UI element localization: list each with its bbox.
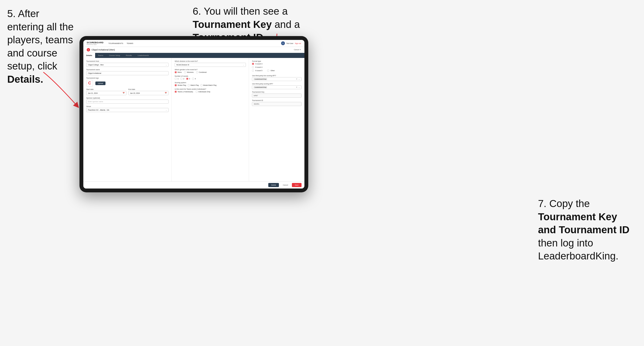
logo-sub: Powered by clippd [87,44,104,45]
calendar-icon: 📅 [122,92,125,94]
upload-button[interactable]: Upload [95,82,106,85]
clear-icon-2[interactable]: ✕ [296,86,298,88]
scoring-label: Scoring system [174,82,246,83]
teams-field-group: Is this event for Teams and/or Individua… [174,88,246,93]
name-input[interactable]: Clippd Invitational [86,71,168,75]
third-party-1-group: Use third-party live scoring API? Leader… [252,75,302,81]
sponsor-input[interactable]: Enter sponsor name [86,100,168,104]
rounds-field-group: Number of rounds 1 2 [174,75,246,80]
annotation-bottom-right: 7. Copy the Tournament Key and Tournamen… [538,197,630,263]
rounds-radio-group: 1 2 3 [174,78,246,80]
chevron-icon-1: ⌄ [298,78,300,80]
app-header: SCOREBOARD Powered by clippd TOURNAMENTS… [83,40,304,47]
tournament-cancel-btn[interactable]: Cancel ✕ [294,49,301,51]
nav-tournaments[interactable]: TOURNAMENTS [108,42,123,45]
rounds-2-radio[interactable] [180,78,182,80]
teams-radio-1[interactable] [174,91,177,93]
third-party-2-input[interactable]: Leaderboard King ✕ ⌄ [252,85,302,89]
scoring-stroke-radio[interactable] [174,84,177,86]
format-5count4-radio[interactable] [252,63,254,65]
scoring-medal[interactable]: Medal Match Play [200,84,217,86]
rounds-3[interactable]: 3 [186,78,190,80]
rounds-1[interactable]: 1 [174,78,178,80]
rounds-1-radio[interactable] [174,78,177,80]
format-6count4-radio[interactable] [252,66,254,68]
user-avatar: SI [281,41,285,45]
gender-mens-radio[interactable] [174,71,177,73]
signout-link[interactable]: Sign out [295,42,301,44]
venue-input[interactable]: Peachtree GC - Atlanta - GA ⌄ [86,108,168,112]
teams-label: Is this event for Teams and/or Individua… [174,88,246,90]
third-party-1-label: Use third-party live scoring API? [252,75,302,76]
scoring-medal-radio[interactable] [200,84,202,86]
start-date-label: Start date [86,88,126,90]
tournament-key-label: Tournament Key [252,91,302,93]
clear-icon-1[interactable]: ✕ [296,78,298,80]
name-label: Tournament name [86,69,168,70]
logo-label: Tournament logo [86,77,168,79]
rounds-3-radio[interactable] [186,78,188,80]
tournament-id-label: Tournament ID [252,100,302,101]
venue-chevron-icon: ⌄ [166,109,167,111]
individuals-only[interactable]: Individuals Only [196,91,210,93]
start-date-group: Start date Jan 21, 2024 📅 [86,88,126,95]
nav-teams[interactable]: TEAMS [127,42,134,45]
division-input[interactable]: NCAA Division III ⌄ [174,63,246,67]
gender-womens[interactable]: Womens [184,71,194,73]
scoring-match-radio[interactable] [188,84,190,86]
tab-leaderboards[interactable]: Leaderboards [135,53,152,58]
host-chevron-icon: ⌄ [166,64,167,66]
start-date-input[interactable]: Jan 21, 2024 📅 [86,91,126,95]
date-row: Start date Jan 21, 2024 📅 End date Jan 2… [86,88,168,95]
format-5count4[interactable]: 5 count 4 [252,63,302,65]
main-content: Tournament Host Clippd College - Men ⌄ T… [83,58,304,181]
third-party-2-label: Use third-party scoring API? [252,83,302,85]
rounds-4-radio[interactable] [192,78,194,80]
scoring-stroke[interactable]: Stroke Play [174,84,186,86]
tournament-key-value: b#fb7 [252,94,302,98]
third-party-1-input[interactable]: Leaderboard King ✕ ⌄ [252,77,302,81]
sponsor-field-group: Sponsor (optional) Enter sponsor name [86,97,168,104]
gender-mens[interactable]: Mens [174,71,182,73]
header-right: SI Test User Sign out [281,41,301,45]
host-input[interactable]: Clippd College - Men ⌄ [86,63,168,67]
division-field-group: Which division is the event for? NCAA Di… [174,60,246,67]
division-chevron-icon: ⌄ [243,64,244,66]
gender-combined-radio[interactable] [196,71,198,73]
teams-radio-2[interactable] [196,91,198,93]
right-column: Format type 5 count 4 6 count 4 [249,58,304,181]
rounds-2[interactable]: 2 [180,78,184,80]
end-date-input[interactable]: Jan 23, 2024 📅 [128,91,168,95]
rounds-label: Number of rounds [174,75,246,77]
gender-combined[interactable]: Combined [196,71,207,73]
tab-details[interactable]: Details [83,53,95,58]
cancel-button[interactable]: Cancel [281,183,290,187]
format-other[interactable]: Other [267,69,275,72]
third-party-1-tag: Leaderboard King [254,78,267,80]
tab-course-setup[interactable]: Course Setup [106,53,123,58]
format-6count5[interactable]: 6 count 5 [252,69,262,72]
scoring-radio-group: Stroke Play Match Play Medal Match Play [174,84,246,86]
logo-upload-area: C Upload [86,80,168,87]
format-6count4[interactable]: 6 count 4 [252,66,302,68]
logo-text: SCOREBOARD [87,41,104,44]
save-button[interactable]: Save [292,183,302,187]
third-party-2-tag: Leaderboard King [254,86,267,88]
teams-plus-individuals[interactable]: Teams (+Individuals) [174,91,193,93]
rounds-4[interactable]: 4 [192,78,196,80]
gender-womens-radio[interactable] [184,71,186,73]
tab-teams[interactable]: Teams [95,53,106,58]
tablet-device: SCOREBOARD Powered by clippd TOURNAMENTS… [80,36,308,192]
tournament-icon: C [87,48,90,51]
format-6count5-radio[interactable] [252,69,254,72]
delete-button[interactable]: Delete [268,183,279,187]
scoring-field-group: Scoring system Stroke Play Match Play [174,82,246,86]
format-other-radio[interactable] [267,69,269,72]
tab-results[interactable]: Results [123,53,135,58]
user-label: Test User [286,42,294,44]
chevron-icon-2: ⌄ [298,86,300,88]
division-label: Which division is the event for? [174,60,246,62]
name-field-group: Tournament name Clippd Invitational [86,69,168,75]
gender-field-group: Which gender is the event for? Mens Wome… [174,69,246,73]
scoring-match[interactable]: Match Play [188,84,199,86]
